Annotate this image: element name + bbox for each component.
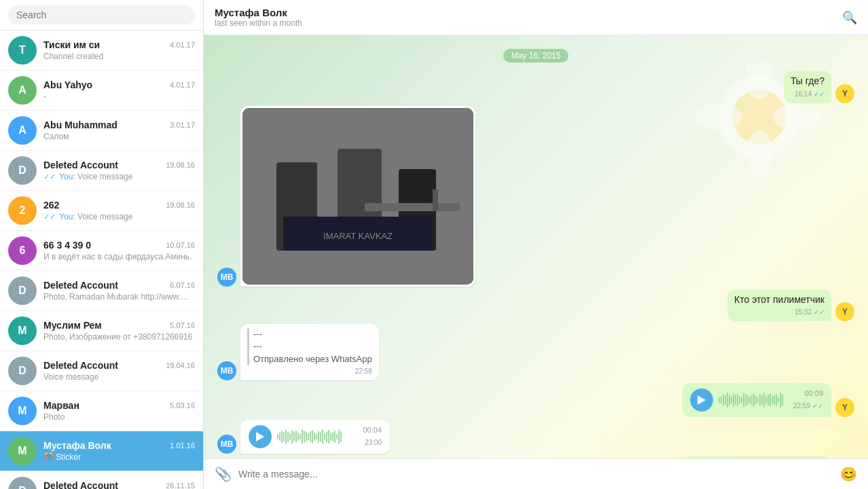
waveform-bar — [330, 433, 331, 441]
waveform-bar — [324, 433, 325, 440]
sidebar: Т Тиски им си 4.01.17 Channel created A … — [0, 0, 204, 489]
audio-bubble: 00:05 23:00 ✓✓ — [682, 456, 831, 458]
audio-meta: 00:09 22:59 ✓✓ — [793, 388, 823, 411]
main-chat: Мустафа Волк last seen within a month 🔍 … — [204, 0, 868, 489]
waveform-bar — [763, 393, 765, 408]
chat-item-262[interactable]: 2 262 19.08.16 ✓✓ You: Voice message — [0, 191, 203, 231]
chat-top: Abu Muhammad 3.01.17 — [43, 120, 195, 130]
message-avatar: Y — [835, 302, 854, 321]
waveform-bar — [293, 431, 295, 441]
waveform-bar — [729, 395, 730, 405]
waveform-bar — [747, 395, 748, 405]
chat-time: 19.08.16 — [166, 161, 195, 169]
chat-time: 1.01.16 — [170, 441, 195, 450]
waveform-bar — [723, 394, 724, 406]
waveform-bar — [731, 397, 732, 403]
avatar: 2 — [8, 196, 37, 225]
chat-time: 4.01.17 — [170, 41, 195, 49]
preview-text: Photo, Изображение от +380971266916 — [43, 332, 192, 342]
svg-rect-14 — [433, 189, 438, 211]
chat-info: Deleted Account 26.11.15 Voice message — [43, 480, 195, 489]
chat-list: Т Тиски им си 4.01.17 Channel created A … — [0, 31, 203, 489]
chat-name: Муслим Рем — [43, 320, 102, 331]
avatar: М — [8, 397, 37, 425]
chat-name: Тиски им си — [43, 39, 100, 50]
audio-bubble: 00:09 22:59 ✓✓ — [682, 383, 831, 417]
bubble-text: Кто этот пилиметчик — [734, 293, 825, 307]
search-input[interactable] — [8, 5, 195, 24]
play-button[interactable] — [249, 425, 272, 448]
waveform-bar — [328, 430, 329, 443]
search-icon[interactable]: 🔍 — [842, 10, 857, 25]
message-avatar: MB — [217, 268, 236, 287]
waveform-bar — [741, 397, 742, 403]
message-row: MB 00:04 23:00 — [217, 420, 854, 454]
attach-icon[interactable]: 📎 — [215, 466, 232, 482]
avatar: D — [8, 477, 37, 489]
messages-wrap: May 16, 2015 Ты где? 16:14 ✓✓ YMB — [204, 35, 868, 458]
chat-item-deleted-account-1[interactable]: D Deleted Account 19.08.16 ✓✓ You: Voice… — [0, 151, 203, 191]
waveform-bar — [761, 395, 763, 405]
check-icon: ✓✓ — [814, 90, 825, 99]
chat-info: 66 3 4 39 0 10.07.16 И в ведёт нас в сад… — [43, 240, 195, 261]
preview-text: И в ведёт нас в сады фирдауса.Аминь. — [43, 252, 192, 261]
avatar: D — [8, 357, 37, 385]
waveform-bar — [340, 431, 342, 442]
whatsapp-content: --- --- Отправлено через WhatsApp — [247, 328, 372, 365]
chat-item-663439[interactable]: 6 66 3 4 39 0 10.07.16 И в ведёт нас в с… — [0, 231, 203, 271]
waveform-bar — [283, 432, 285, 441]
chat-time: 19.08.16 — [166, 201, 195, 209]
waveform-bar — [314, 433, 315, 441]
waveform-bar — [289, 433, 291, 440]
chat-item-deleted-account-4[interactable]: D Deleted Account 26.11.15 Voice message — [0, 471, 203, 489]
waveform-bar — [765, 397, 767, 403]
chat-name: Abu Yahyo — [43, 79, 92, 90]
chat-name: Марван — [43, 400, 79, 411]
bubble-time: 15:32 — [795, 308, 812, 317]
waveform-bar — [338, 429, 340, 444]
chat-contact-name: Мустафа Волк — [215, 7, 302, 18]
avatar: D — [8, 276, 37, 305]
play-button[interactable] — [690, 388, 713, 412]
chat-top: Мустафа Волк 1.01.16 — [43, 440, 195, 451]
chat-preview: Voice message — [43, 372, 195, 382]
whatsapp-bubble: --- --- Отправлено через WhatsApp 22:58 — [240, 324, 379, 380]
avatar: Т — [8, 36, 37, 65]
chat-top: Deleted Account 19.04.16 — [43, 360, 195, 371]
waveform-bar — [279, 433, 281, 441]
chat-item-muslim-rem[interactable]: М Муслим Рем 5.07.16 Photo, Изображение … — [0, 311, 203, 351]
chat-item-abu-muhammad[interactable]: A Abu Muhammad 3.01.17 Салом — [0, 111, 203, 151]
chat-preview: ✓✓ You: Voice message — [43, 212, 195, 221]
chat-preview: Photo, Изображение от +380971266916 — [43, 332, 195, 342]
audio-waveform — [277, 427, 357, 446]
message-input[interactable] — [238, 465, 833, 484]
chat-item-abu-yahyo[interactable]: A Abu Yahyo 4.01.17 - — [0, 71, 203, 111]
date-badge-text: May 16, 2015 — [503, 49, 569, 62]
chat-item-deleted-account-3[interactable]: D Deleted Account 19.04.16 Voice message — [0, 351, 203, 391]
waveform-bar — [295, 431, 297, 443]
chat-name: Deleted Account — [43, 480, 118, 489]
message-avatar: Y — [835, 398, 854, 417]
waveform-bar — [725, 395, 726, 405]
photo-svg: IMARAT KAVKAZ — [242, 108, 473, 285]
chat-name: 66 3 4 39 0 — [43, 240, 91, 251]
chat-top: Deleted Account 19.08.16 — [43, 160, 195, 170]
bubble-time: 22:59 — [793, 401, 810, 411]
preview-text: Photo, Ramadan Mubarak http://www.muslim… — [43, 292, 195, 302]
bubble-meta: 23:00 — [365, 438, 382, 448]
chat-item-marwan[interactable]: М Марван 5.03.16 Photo — [0, 391, 203, 431]
preview-label: You: — [59, 212, 77, 221]
chat-name: Abu Muhammad — [43, 120, 117, 130]
waveform-bar — [719, 397, 720, 403]
bubble-time: 22:58 — [355, 367, 372, 376]
chat-item-mustafa-volk[interactable]: М Мустафа Волк 1.01.16 🎊 Sticker — [0, 431, 203, 471]
chat-item-deleted-account-2[interactable]: D Deleted Account 6.07.16 Photo, Ramadan… — [0, 271, 203, 311]
chat-info: Deleted Account 19.08.16 ✓✓ You: Voice m… — [43, 160, 195, 181]
chat-item-channel-created[interactable]: Т Тиски им си 4.01.17 Channel created — [0, 31, 203, 71]
message-avatar: MB — [217, 361, 236, 380]
bubble-time: 16:14 — [795, 90, 812, 99]
check-icon: ✓✓ — [814, 308, 825, 317]
waveform-bar — [745, 394, 746, 406]
chat-time: 10.07.16 — [166, 241, 195, 249]
emoji-icon[interactable]: 😊 — [840, 466, 857, 482]
